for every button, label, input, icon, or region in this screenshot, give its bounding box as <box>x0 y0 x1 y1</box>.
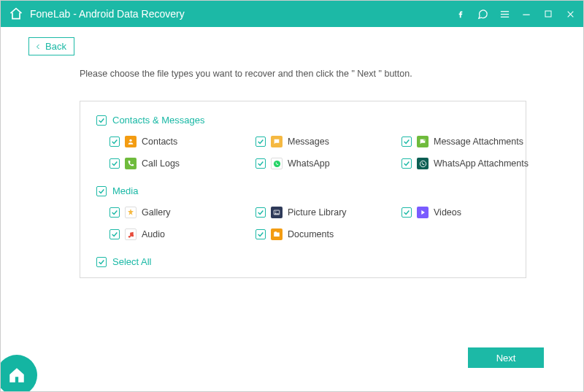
svg-point-13 <box>128 235 130 237</box>
svg-point-10 <box>420 161 426 166</box>
picture-library-icon <box>271 207 283 218</box>
item-whatsapp[interactable]: WhatsApp <box>256 158 402 169</box>
item-label: Gallery <box>142 207 171 218</box>
checkbox[interactable] <box>256 229 266 239</box>
facebook-icon[interactable] <box>455 8 466 20</box>
grid-contacts: Contacts Messages Message Attachments Ca… <box>110 136 526 169</box>
section-contacts-messages[interactable]: Contacts & Messages <box>96 115 526 126</box>
checkbox[interactable] <box>110 158 120 169</box>
titlebar-controls <box>455 8 576 20</box>
checkbox[interactable] <box>110 229 120 239</box>
home-icon <box>7 366 26 385</box>
item-documents[interactable]: Documents <box>256 228 402 240</box>
gallery-icon <box>125 207 137 218</box>
item-audio[interactable]: Audio <box>110 228 256 240</box>
svg-point-8 <box>423 139 425 141</box>
videos-icon <box>417 207 429 218</box>
grid-media: Gallery Picture Library Videos Audio Doc… <box>110 207 526 240</box>
item-label: WhatsApp <box>288 158 330 169</box>
checkbox[interactable] <box>402 158 412 169</box>
svg-point-12 <box>275 212 276 212</box>
messages-icon <box>271 136 283 147</box>
item-message-attachments[interactable]: Message Attachments <box>402 136 548 147</box>
item-label: Picture Library <box>288 207 347 218</box>
item-call-logs[interactable]: Call Logs <box>110 158 256 169</box>
back-button[interactable]: Back <box>28 37 74 55</box>
item-label: Messages <box>288 137 329 147</box>
checkbox[interactable] <box>110 207 120 218</box>
home-button[interactable] <box>0 355 37 392</box>
close-button[interactable] <box>564 8 576 20</box>
next-button[interactable]: Next <box>468 347 544 368</box>
window-title: FoneLab - Android Data Recovery <box>30 8 455 20</box>
checkbox[interactable] <box>110 137 120 147</box>
instruction-text: Please choose the file types you want to… <box>1 55 583 79</box>
item-label: Call Logs <box>142 158 180 169</box>
item-label: Videos <box>434 207 461 218</box>
documents-icon <box>271 228 283 240</box>
checkbox[interactable] <box>256 207 266 218</box>
chevron-left-icon <box>34 42 42 51</box>
call-logs-icon <box>125 158 137 169</box>
svg-rect-4 <box>545 11 551 17</box>
select-all[interactable]: Select All <box>96 256 526 267</box>
feedback-icon[interactable] <box>477 8 488 20</box>
checkbox[interactable] <box>402 207 412 218</box>
file-types-panel: Contacts & Messages Contacts Messages Me… <box>80 101 526 278</box>
checkbox[interactable] <box>256 137 266 147</box>
next-label: Next <box>496 353 516 364</box>
whatsapp-attachments-icon <box>417 158 429 169</box>
svg-point-7 <box>129 139 131 142</box>
item-label: Message Attachments <box>434 137 523 147</box>
menu-icon[interactable] <box>499 8 510 20</box>
item-label: Contacts <box>142 137 177 147</box>
select-all-label: Select All <box>112 256 151 267</box>
checkbox-select-all[interactable] <box>96 257 107 267</box>
item-label: Audio <box>142 229 165 239</box>
minimize-button[interactable] <box>520 8 532 20</box>
item-label: WhatsApp Attachments <box>434 158 529 169</box>
audio-icon <box>125 228 137 240</box>
titlebar: FoneLab - Android Data Recovery <box>1 1 583 27</box>
contacts-icon <box>125 136 137 147</box>
item-videos[interactable]: Videos <box>402 207 548 218</box>
section-title-label: Contacts & Messages <box>112 115 204 126</box>
whatsapp-icon <box>271 158 283 169</box>
back-row: Back <box>1 27 583 55</box>
svg-point-9 <box>273 160 280 166</box>
app-logo-icon <box>8 6 24 22</box>
svg-point-14 <box>131 234 134 237</box>
section-title-label: Media <box>112 185 138 196</box>
maximize-button[interactable] <box>542 8 554 20</box>
message-attachments-icon <box>417 136 429 147</box>
checkbox-contacts-messages[interactable] <box>96 115 107 126</box>
checkbox[interactable] <box>256 158 266 169</box>
item-messages[interactable]: Messages <box>256 136 402 147</box>
item-picture-library[interactable]: Picture Library <box>256 207 402 218</box>
item-label: Documents <box>288 229 334 239</box>
item-whatsapp-attachments[interactable]: WhatsApp Attachments <box>402 158 548 169</box>
item-contacts[interactable]: Contacts <box>110 136 256 147</box>
item-gallery[interactable]: Gallery <box>110 207 256 218</box>
section-media[interactable]: Media <box>96 185 526 196</box>
back-label: Back <box>45 41 66 52</box>
checkbox[interactable] <box>402 137 412 147</box>
checkbox-media[interactable] <box>96 186 107 196</box>
